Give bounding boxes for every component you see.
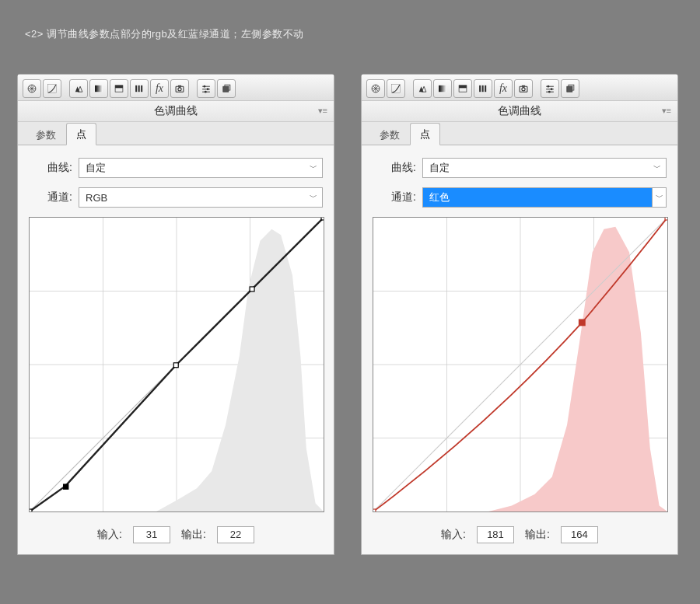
tab-params[interactable]: 参数 bbox=[369, 124, 410, 145]
gradient-icon[interactable] bbox=[89, 79, 108, 98]
chevron-down-icon: ﹀ bbox=[652, 188, 666, 207]
curve-graph[interactable] bbox=[29, 217, 324, 512]
channel-dropdown[interactable]: 红色 ﹀ bbox=[422, 187, 667, 208]
curve-dropdown[interactable]: 自定 ﹀ bbox=[79, 158, 323, 178]
stack-icon[interactable] bbox=[561, 79, 579, 98]
svg-point-16 bbox=[205, 90, 207, 93]
svg-rect-37 bbox=[482, 85, 484, 91]
curve-dropdown[interactable]: 自定 ﹀ bbox=[422, 158, 667, 178]
chevron-down-icon: ﹀ bbox=[310, 192, 317, 203]
svg-rect-41 bbox=[522, 85, 525, 86]
camera-icon[interactable] bbox=[170, 79, 189, 98]
bars-icon[interactable] bbox=[474, 79, 492, 98]
toolbar: fx bbox=[362, 75, 677, 101]
svg-rect-2 bbox=[95, 85, 103, 91]
svg-rect-10 bbox=[178, 85, 181, 86]
output-field[interactable]: 164 bbox=[561, 526, 598, 543]
tab-params[interactable]: 参数 bbox=[26, 124, 66, 145]
svg-rect-36 bbox=[479, 85, 481, 91]
output-label: 输出: bbox=[181, 528, 206, 542]
svg-rect-30 bbox=[321, 218, 324, 220]
svg-point-45 bbox=[551, 88, 553, 90]
svg-rect-4 bbox=[115, 85, 123, 88]
panel-title: 色调曲线 bbox=[154, 104, 198, 117]
svg-rect-28 bbox=[173, 363, 178, 368]
svg-point-14 bbox=[207, 88, 209, 90]
tone-curve-panel-left: fx 色调曲线 ▾≡ 参数 点 曲线: 自定 ﹀ 通道: bbox=[17, 74, 334, 555]
channel-value: RGB bbox=[86, 192, 107, 204]
curve-icon[interactable] bbox=[387, 79, 405, 98]
svg-rect-29 bbox=[250, 287, 254, 292]
fx-icon[interactable]: fx bbox=[150, 79, 169, 98]
svg-rect-49 bbox=[567, 86, 572, 92]
svg-rect-58 bbox=[579, 319, 586, 326]
aperture-icon[interactable] bbox=[366, 79, 385, 98]
svg-rect-27 bbox=[63, 484, 68, 489]
triangles-icon[interactable] bbox=[69, 79, 88, 98]
instruction-caption: <2> 调节曲线参数点部分的rgb及红蓝绿通道；左侧参数不动 bbox=[25, 27, 304, 41]
aperture-icon[interactable] bbox=[23, 79, 41, 98]
channel-dropdown[interactable]: RGB ﹀ bbox=[79, 187, 323, 208]
chevron-down-icon: ﹀ bbox=[653, 162, 661, 173]
curve-label: 曲线: bbox=[29, 161, 72, 175]
channel-value: 红色 bbox=[429, 190, 450, 204]
svg-rect-57 bbox=[373, 509, 376, 511]
io-row: 输入: 31 输出: 22 bbox=[29, 522, 323, 543]
channel-label: 通道: bbox=[373, 190, 416, 204]
triangles-icon[interactable] bbox=[413, 79, 432, 98]
svg-point-40 bbox=[522, 87, 525, 90]
input-field[interactable]: 181 bbox=[477, 526, 514, 543]
panel-menu-icon[interactable]: ▾≡ bbox=[662, 106, 671, 116]
tab-points[interactable]: 点 bbox=[66, 123, 96, 145]
toolbar: fx bbox=[18, 75, 334, 101]
svg-point-9 bbox=[178, 87, 181, 90]
curve-graph[interactable] bbox=[373, 217, 668, 512]
curve-value: 自定 bbox=[86, 161, 106, 175]
output-field[interactable]: 22 bbox=[217, 526, 254, 543]
panel-menu-icon[interactable]: ▾≡ bbox=[318, 106, 327, 116]
io-row: 输入: 181 输出: 164 bbox=[373, 522, 667, 543]
svg-rect-7 bbox=[141, 85, 142, 91]
input-field[interactable]: 31 bbox=[133, 526, 170, 543]
panel-title-bar: 色调曲线 ▾≡ bbox=[18, 101, 334, 122]
svg-rect-33 bbox=[439, 85, 446, 91]
split-icon[interactable] bbox=[110, 79, 128, 98]
tone-curve-panel-right: fx 色调曲线 ▾≡ 参数 点 曲线: 自定 ﹀ 通道: bbox=[361, 74, 678, 555]
svg-point-43 bbox=[548, 85, 550, 87]
curve-label: 曲线: bbox=[373, 161, 416, 175]
svg-point-12 bbox=[204, 85, 206, 87]
sliders-icon[interactable] bbox=[541, 79, 559, 98]
svg-point-47 bbox=[548, 90, 551, 93]
svg-rect-5 bbox=[135, 85, 137, 91]
panel-body: 曲线: 自定 ﹀ 通道: 红色 ﹀ bbox=[362, 145, 677, 554]
input-label: 输入: bbox=[441, 528, 466, 542]
svg-rect-59 bbox=[665, 218, 667, 220]
svg-rect-26 bbox=[30, 509, 32, 511]
panel-title-bar: 色调曲线 ▾≡ bbox=[362, 101, 677, 122]
camera-icon[interactable] bbox=[514, 79, 533, 98]
channel-label: 通道: bbox=[29, 190, 72, 204]
chevron-down-icon: ﹀ bbox=[310, 162, 317, 173]
curve-value: 自定 bbox=[429, 161, 450, 175]
stack-icon[interactable] bbox=[217, 79, 236, 98]
input-label: 输入: bbox=[97, 528, 122, 542]
fx-icon[interactable]: fx bbox=[494, 79, 513, 98]
tabs: 参数 点 bbox=[18, 122, 334, 145]
gradient-icon[interactable] bbox=[433, 79, 452, 98]
output-label: 输出: bbox=[525, 528, 550, 542]
split-icon[interactable] bbox=[453, 79, 472, 98]
panel-body: 曲线: 自定 ﹀ 通道: RGB ﹀ bbox=[18, 145, 334, 554]
svg-rect-35 bbox=[459, 85, 467, 88]
sliders-icon[interactable] bbox=[197, 79, 215, 98]
panels-container: fx 色调曲线 ▾≡ 参数 点 曲线: 自定 ﹀ 通道: bbox=[17, 74, 678, 555]
svg-rect-38 bbox=[485, 85, 486, 91]
panel-title: 色调曲线 bbox=[498, 104, 541, 117]
svg-rect-6 bbox=[138, 85, 140, 91]
curve-icon[interactable] bbox=[43, 79, 61, 98]
tab-points[interactable]: 点 bbox=[410, 123, 440, 145]
svg-rect-18 bbox=[223, 86, 229, 92]
tabs: 参数 点 bbox=[362, 122, 677, 145]
bars-icon[interactable] bbox=[130, 79, 149, 98]
